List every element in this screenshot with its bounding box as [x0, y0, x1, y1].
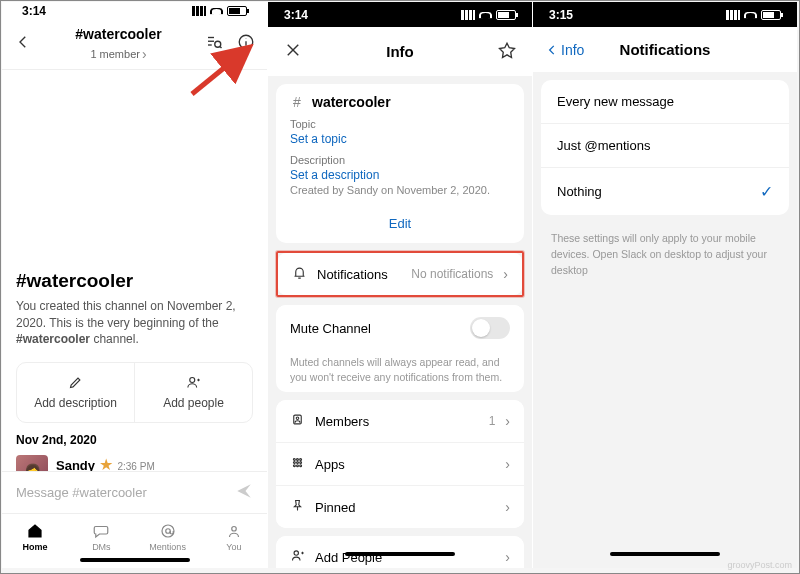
svg-line-4	[220, 47, 222, 49]
svg-point-8	[190, 378, 195, 383]
svg-marker-16	[500, 43, 515, 57]
tab-home[interactable]: Home	[2, 518, 68, 554]
svg-point-12	[165, 529, 170, 534]
svg-point-3	[215, 42, 221, 48]
chevron-right-icon: ›	[505, 456, 510, 472]
svg-point-11	[162, 525, 174, 537]
set-description-link[interactable]: Set a description	[290, 168, 510, 182]
home-indicator	[80, 558, 190, 562]
mute-note: Muted channels will always appear read, …	[276, 351, 524, 384]
home-indicator	[610, 552, 720, 556]
svg-point-27	[300, 465, 302, 467]
apps-row[interactable]: Apps ›	[276, 442, 524, 485]
bell-icon	[292, 265, 307, 283]
status-bar: 3:14	[268, 2, 532, 27]
add-person-icon	[186, 375, 201, 390]
channel-subtitle: 1 member›	[90, 46, 146, 63]
svg-point-26	[297, 465, 299, 467]
members-row[interactable]: Members 1 ›	[276, 400, 524, 442]
search-icon[interactable]	[205, 33, 223, 55]
notifications-row[interactable]: Notifications No notifications ›	[278, 253, 522, 295]
status-indicators	[192, 6, 247, 16]
channel-name-row: # watercooler	[290, 94, 510, 110]
pencil-icon	[68, 375, 83, 390]
info-header: Info	[268, 27, 532, 76]
svg-point-21	[300, 459, 302, 461]
close-icon[interactable]	[284, 41, 302, 62]
topic-label: Topic	[290, 118, 510, 130]
svg-point-7	[246, 39, 247, 40]
description-label: Description	[290, 154, 510, 166]
svg-point-24	[300, 462, 302, 464]
notification-options-list: Every new message Just @mentions Nothing…	[541, 80, 789, 215]
channel-header: #watercooler 1 member›	[2, 20, 267, 70]
svg-point-23	[297, 462, 299, 464]
option-nothing[interactable]: Nothing ✓	[541, 167, 789, 215]
channel-info-card: # watercooler Topic Set a topic Descript…	[276, 84, 524, 243]
home-indicator	[345, 552, 455, 556]
tab-dms[interactable]: DMs	[68, 518, 134, 554]
mute-toggle[interactable]	[470, 317, 510, 339]
svg-point-22	[293, 462, 295, 464]
svg-point-18	[296, 417, 299, 420]
page-title: Info	[302, 43, 498, 60]
apps-icon	[290, 455, 305, 473]
add-description-button[interactable]: Add description	[17, 363, 134, 422]
status-indicators	[726, 10, 781, 20]
phone-screen-channel: 3:14 #watercooler 1 member› #wat	[2, 2, 267, 568]
status-bar: 3:14	[2, 2, 267, 20]
channel-actions: Add description Add people	[16, 362, 253, 423]
clock: 3:15	[549, 8, 573, 22]
watermark: groovyPost.com	[727, 560, 792, 570]
members-card: Members 1 › Apps › Pinned ›	[276, 400, 524, 528]
channel-intro-text: You created this channel on November 2, …	[16, 298, 253, 348]
option-every-message[interactable]: Every new message	[541, 80, 789, 123]
add-person-icon	[290, 548, 305, 566]
channel-heading: #watercooler	[16, 270, 253, 292]
message-composer[interactable]: Message #watercooler	[2, 471, 267, 513]
pinned-row[interactable]: Pinned ›	[276, 485, 524, 528]
status-indicators	[461, 10, 516, 20]
message-time: 2:36 PM	[117, 461, 154, 471]
message-user: Sandy	[56, 458, 95, 471]
add-people-button[interactable]: Add people	[134, 363, 252, 422]
back-icon[interactable]	[14, 33, 32, 55]
hash-icon: #	[290, 94, 304, 110]
settings-note: These settings will only apply to your m…	[533, 223, 797, 286]
notifications-highlight: Notifications No notifications ›	[276, 251, 524, 297]
option-mentions[interactable]: Just @mentions	[541, 123, 789, 167]
star-icon[interactable]	[498, 41, 516, 62]
avatar: 👩	[16, 455, 48, 471]
tab-you[interactable]: You	[201, 518, 267, 554]
pin-icon	[290, 498, 305, 516]
mute-channel-row[interactable]: Mute Channel	[276, 305, 524, 351]
header-title-group[interactable]: #watercooler 1 member›	[32, 26, 205, 63]
chevron-right-icon: ›	[505, 499, 510, 515]
composer-placeholder: Message #watercooler	[16, 485, 147, 500]
svg-point-29	[294, 551, 298, 555]
svg-point-19	[293, 459, 295, 461]
send-icon[interactable]	[235, 482, 253, 503]
tab-bar: Home DMs Mentions You	[2, 513, 267, 554]
created-text: Created by Sandy on November 2, 2020.	[290, 184, 510, 196]
info-icon[interactable]	[237, 33, 255, 55]
svg-point-20	[297, 459, 299, 461]
tab-mentions[interactable]: Mentions	[135, 518, 201, 554]
message-row[interactable]: 👩 Sandy ★2:36 PM joined #watercooler	[2, 451, 267, 471]
status-bar: 3:15	[533, 2, 797, 27]
set-topic-link[interactable]: Set a topic	[290, 132, 510, 146]
chevron-right-icon: ›	[505, 549, 510, 565]
svg-point-13	[232, 527, 237, 532]
clock: 3:14	[22, 4, 46, 18]
channel-title: #watercooler	[32, 26, 205, 43]
phone-screen-info: 3:14 Info # watercooler Topic Set a to	[267, 2, 532, 568]
phone-screen-notifications: 3:15 Info Notifications Every new messag…	[532, 2, 797, 568]
date-divider: Nov 2nd, 2020	[2, 423, 267, 451]
page-title: Notifications	[575, 41, 755, 58]
chevron-left-icon	[545, 43, 559, 57]
edit-button[interactable]: Edit	[276, 206, 524, 243]
chevron-right-icon: ›	[503, 266, 508, 282]
clock: 3:14	[284, 8, 308, 22]
chevron-right-icon: ›	[505, 413, 510, 429]
notifications-header: Info Notifications	[533, 27, 797, 72]
